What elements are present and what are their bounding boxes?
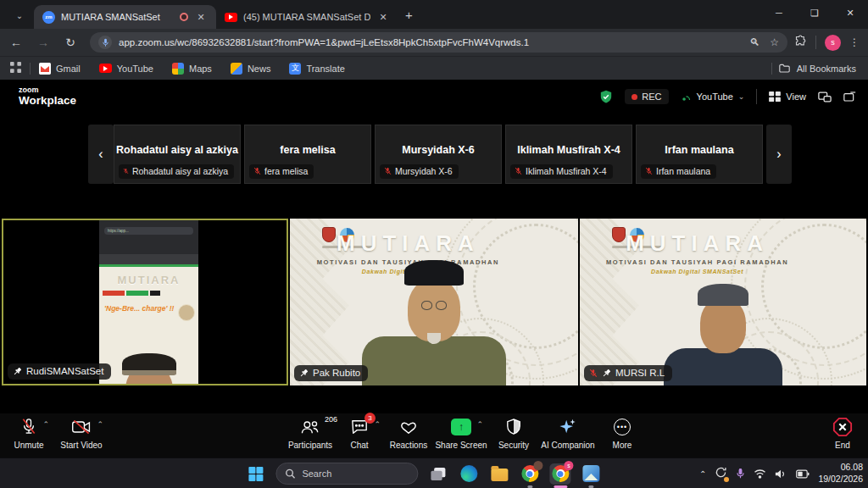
tab-zoom[interactable]: zm MUTIARA SMANSatSet ✕ <box>34 5 216 29</box>
bookmark-star-icon[interactable]: ☆ <box>770 36 779 48</box>
ai-companion-button[interactable]: AI Companion <box>537 417 598 450</box>
browser-menu-icon[interactable]: ⋮ <box>849 36 860 48</box>
pip-icon[interactable] <box>818 92 832 103</box>
edge-button[interactable] <box>458 463 479 485</box>
tile-name-label: MURSI R.L <box>584 365 672 381</box>
restore-button[interactable]: ❏ <box>797 0 832 25</box>
search-icon <box>285 469 295 479</box>
file-explorer-button[interactable] <box>488 463 509 485</box>
glasses <box>421 301 447 310</box>
windows-logo-icon <box>248 467 263 481</box>
window-controls: ─ ❏ ✕ <box>761 0 868 25</box>
end-button[interactable]: End <box>812 417 868 450</box>
filmstrip-tile[interactable]: Rohadatul aisy al azkiya Rohadatul aisy … <box>114 125 241 184</box>
microphone-permission-icon[interactable] <box>98 36 112 49</box>
gmail-icon <box>39 63 51 75</box>
chrome-profile1-button[interactable] <box>519 463 540 485</box>
participants-icon <box>300 419 320 435</box>
tab-title: (45) MUTIARA SMANSatSet Da <box>243 12 370 22</box>
tray-expand-icon[interactable]: ⌃ <box>699 469 706 479</box>
close-button[interactable]: ✕ <box>832 0 868 25</box>
recording-indicator[interactable]: REC <box>625 89 668 104</box>
chrome-profile1-badge <box>533 461 542 470</box>
filmstrip-tile[interactable]: Mursyidah X-6 Mursyidah X-6 <box>375 125 502 184</box>
toolbar-divider <box>815 36 816 49</box>
more-icon: ••• <box>614 419 631 435</box>
tab-title: MUTIARA SMANSatSet <box>61 12 174 22</box>
video-options-caret[interactable]: ⌃ <box>97 420 103 429</box>
chrome-profile2-button[interactable]: s <box>549 463 570 485</box>
video-tile-pak-rubito[interactable]: MUTIARA MOTIVASI DAN TAUSIYAH PAGI RAMAD… <box>290 219 578 385</box>
video-tile-mursi[interactable]: MUTIARA MOTIVASI DAN TAUSIYAH PAGI RAMAD… <box>580 219 866 385</box>
meeting-secure-shield-icon[interactable] <box>599 90 613 104</box>
view-button[interactable]: View <box>769 92 806 102</box>
bookmark-gmail[interactable]: Gmail <box>39 63 81 75</box>
forward-button[interactable]: → <box>32 31 54 53</box>
share-screen-icon: ↑ <box>451 419 471 435</box>
apps-grid-icon[interactable] <box>10 62 21 75</box>
shared-screen-urlbar: https://app... <box>104 227 193 235</box>
maps-icon <box>172 63 184 75</box>
all-bookmarks-button[interactable]: All Bookmarks <box>771 63 856 75</box>
mic-muted-icon <box>20 418 37 436</box>
bookmark-translate[interactable]: 文 Translate <box>289 63 344 75</box>
back-button[interactable]: ← <box>5 31 27 53</box>
muted-mic-icon <box>253 167 261 175</box>
share-options-caret[interactable]: ⌃ <box>476 420 483 429</box>
muted-mic-icon <box>384 167 392 175</box>
tab-recording-icon <box>180 13 188 21</box>
taskbar-clock[interactable]: 06.08 19/02/2026 <box>818 462 863 485</box>
filmstrip-tile[interactable]: fera melisa fera melisa <box>244 125 371 184</box>
photos-icon <box>582 465 599 482</box>
taskbar-search[interactable]: Search <box>275 463 418 485</box>
participant-name-pill: Iklimah Musfirah X-4 <box>510 164 613 179</box>
security-button[interactable]: Security <box>483 417 544 450</box>
shared-phone-screen: https://app... MUTIARA 'Nge-Bre... charg… <box>99 220 198 385</box>
tab-close-icon[interactable]: ✕ <box>194 10 208 24</box>
popout-icon[interactable] <box>843 92 856 102</box>
zoom-favicon-icon: zm <box>42 11 55 24</box>
zoom-level-icon[interactable]: 🔍︎ <box>749 36 760 48</box>
update-sync-icon[interactable] <box>715 466 727 481</box>
mic-options-caret[interactable]: ⌃ <box>42 420 49 429</box>
start-button[interactable] <box>245 463 266 485</box>
livestream-dropdown[interactable]: YouTube ⌄ <box>681 92 745 103</box>
reload-button[interactable]: ↻ <box>59 31 81 53</box>
tab-close-icon[interactable]: ✕ <box>376 10 390 24</box>
filmstrip-next-button[interactable]: › <box>766 125 792 184</box>
bookmark-youtube[interactable]: YouTube <box>99 64 153 74</box>
participant-name-pill: Rohadatul aisy al azkiya <box>119 164 234 179</box>
bookmark-news[interactable]: News <box>231 63 271 75</box>
filmstrip-tile[interactable]: Iklimah Musfirah X-4 Iklimah Musfirah X-… <box>505 125 632 184</box>
mic-in-use-icon[interactable] <box>736 468 745 480</box>
wifi-icon[interactable] <box>754 469 766 479</box>
task-view-button[interactable] <box>427 463 448 485</box>
security-shield-icon <box>506 419 521 435</box>
zoom-toolbar: ⌃ Unmute ⌃ Start Video 206 Participants … <box>0 413 868 458</box>
battery-icon[interactable] <box>796 469 810 479</box>
tab-youtube[interactable]: (45) MUTIARA SMANSatSet Da ✕ <box>216 5 398 29</box>
browser-toolbar: ← → ↻ app.zoom.us/wc/86932632881/start?f… <box>0 29 868 56</box>
participant-name-pill: fera melisa <box>249 164 314 179</box>
pin-icon <box>602 369 611 378</box>
photos-button[interactable] <box>580 463 601 485</box>
tab-search-button[interactable]: ⌄ <box>8 6 31 25</box>
minimize-button[interactable]: ─ <box>761 0 797 25</box>
windows-taskbar: Search s ⌃ <box>0 458 868 488</box>
video-tile-rudi[interactable]: https://app... MUTIARA 'Nge-Bre... charg… <box>2 219 288 385</box>
new-tab-button[interactable]: + <box>405 8 413 22</box>
folder-icon <box>779 64 790 73</box>
heart-icon <box>399 419 418 435</box>
live-signal-icon <box>681 92 692 103</box>
extensions-icon[interactable] <box>794 35 807 51</box>
start-video-button[interactable]: ⌃ Start Video <box>51 417 112 450</box>
bookmark-maps[interactable]: Maps <box>172 63 212 75</box>
filmstrip-tile[interactable]: Irfan maulana Irfan maulana <box>636 125 763 184</box>
address-bar[interactable]: app.zoom.us/wc/86932632881/start?fromPWA… <box>90 32 787 53</box>
muted-mic-icon <box>589 369 598 378</box>
camera-off-icon <box>71 419 92 435</box>
filmstrip-prev-button[interactable]: ‹ <box>88 125 114 184</box>
more-button[interactable]: ••• More <box>592 417 653 450</box>
speaker-icon[interactable] <box>775 469 787 480</box>
profile-avatar[interactable]: s <box>825 35 841 51</box>
